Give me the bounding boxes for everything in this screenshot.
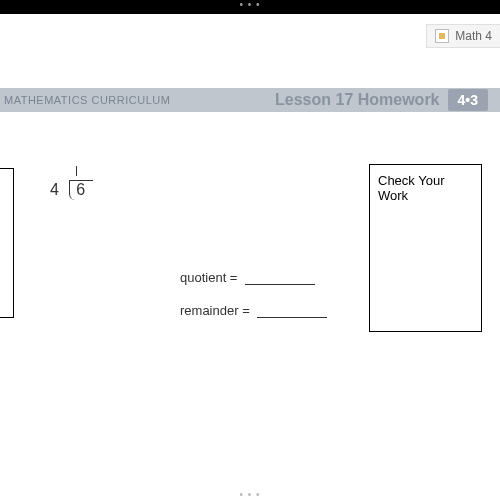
long-division-problem: 4 6 (50, 180, 93, 200)
lesson-badge: 4•3 (448, 89, 488, 111)
dividend: 6 (76, 181, 85, 198)
divisor: 4 (50, 181, 59, 199)
top-ellipsis: • • • (239, 0, 260, 10)
remainder-blank[interactable] (257, 306, 327, 318)
check-your-work-box: Check Your Work (369, 164, 482, 332)
quotient-row: quotient = (180, 270, 327, 285)
left-partial-box (0, 168, 14, 318)
quotient-label: quotient = (180, 270, 237, 285)
check-your-work-title: Check Your Work (378, 173, 445, 203)
quotient-blank[interactable] (245, 273, 315, 285)
bottom-ellipsis: • • • (239, 489, 260, 500)
remainder-label: remainder = (180, 303, 250, 318)
division-tick-mark (76, 166, 77, 176)
division-bracket: 6 (69, 180, 93, 200)
lesson-title: Lesson 17 Homework (275, 91, 440, 109)
subject-icon (435, 29, 449, 43)
remainder-row: remainder = (180, 303, 327, 318)
math-subject-tag[interactable]: Math 4 (426, 24, 500, 48)
answer-section: quotient = remainder = (180, 270, 327, 336)
subject-label: Math 4 (455, 29, 492, 43)
curriculum-header-bar: MATHEMATICS CURRICULUM Lesson 17 Homewor… (0, 88, 500, 112)
worksheet-content: 4 6 quotient = remainder = Check Your Wo… (0, 150, 500, 410)
curriculum-label: MATHEMATICS CURRICULUM (0, 94, 170, 106)
